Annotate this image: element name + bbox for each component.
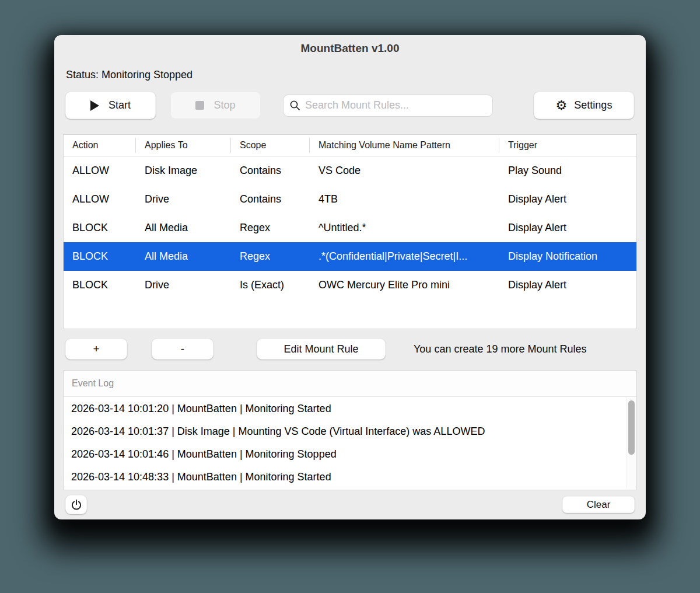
column-header-applies-to[interactable]: Applies To <box>136 138 231 153</box>
cell-trigger: Display Notification <box>499 250 636 263</box>
stop-button-label: Stop <box>214 99 235 111</box>
edit-rule-button[interactable]: Edit Mount Rule <box>257 339 386 360</box>
cell-action: BLOCK <box>64 250 136 263</box>
cell-scope: Is (Exact) <box>231 279 310 291</box>
cell-trigger: Display Alert <box>499 279 636 291</box>
table-row-selected[interactable]: BLOCK All Media Regex .*(Confidential|Pr… <box>64 242 636 271</box>
cell-scope: Regex <box>231 222 310 234</box>
cell-scope: Contains <box>231 165 310 177</box>
event-log-entries: 2026-03-14 10:01:20 | MountBatten | Moni… <box>64 397 636 489</box>
column-header-pattern[interactable]: Matching Volume Name Pattern <box>310 138 499 153</box>
cell-trigger: Play Sound <box>499 165 636 177</box>
cell-applies-to: All Media <box>136 250 231 263</box>
power-icon <box>71 499 82 511</box>
event-log-group: Event Log 2026-03-14 10:01:20 | MountBat… <box>63 370 637 490</box>
cell-pattern: OWC Mercury Elite Pro mini <box>310 279 499 291</box>
bottom-bar: Clear <box>65 495 635 514</box>
cell-pattern: 4TB <box>310 193 499 205</box>
remove-rule-button[interactable]: - <box>152 339 214 360</box>
settings-button-label: Settings <box>574 99 612 111</box>
scrollbar-thumb[interactable] <box>628 400 635 455</box>
cell-scope: Regex <box>231 250 310 263</box>
cell-action: ALLOW <box>64 193 136 205</box>
play-icon <box>90 100 99 111</box>
start-button-label: Start <box>108 99 131 111</box>
status-text: Status: Monitoring Stopped <box>66 69 634 81</box>
window-title: MountBatten v1.00 <box>301 42 400 55</box>
mount-rules-table: Action Applies To Scope Matching Volume … <box>63 134 637 329</box>
table-row[interactable]: ALLOW Drive Contains 4TB Display Alert <box>64 185 636 214</box>
column-header-trigger[interactable]: Trigger <box>499 138 636 153</box>
stop-icon <box>195 101 204 110</box>
app-window: MountBatten v1.00 Status: Monitoring Sto… <box>54 35 646 519</box>
gear-icon: ⚙ <box>556 99 568 112</box>
cell-applies-to: Drive <box>136 193 231 205</box>
start-button[interactable]: Start <box>65 92 156 119</box>
log-entry: 2026-03-14 10:01:37 | Disk Image | Mount… <box>71 420 619 443</box>
search-icon <box>289 100 300 111</box>
clear-log-button[interactable]: Clear <box>562 496 635 513</box>
search-input[interactable] <box>305 99 487 111</box>
cell-pattern: ^Untitled.* <box>310 222 499 234</box>
cell-trigger: Display Alert <box>499 222 636 234</box>
cell-action: BLOCK <box>64 279 136 291</box>
cell-applies-to: All Media <box>136 222 231 234</box>
scrollbar-track[interactable] <box>626 397 636 489</box>
table-row[interactable]: BLOCK All Media Regex ^Untitled.* Displa… <box>64 214 636 242</box>
cell-trigger: Display Alert <box>499 193 636 205</box>
event-log-title: Event Log <box>64 371 636 397</box>
cell-action: BLOCK <box>64 222 136 234</box>
window-titlebar[interactable]: MountBatten v1.00 <box>54 35 646 62</box>
log-entry: 2026-03-14 10:01:46 | MountBatten | Moni… <box>71 443 619 466</box>
rule-actions-bar: + - Edit Mount Rule You can create 19 mo… <box>65 339 634 360</box>
cell-pattern: VS Code <box>310 165 499 177</box>
cell-pattern: .*(Confidential|Private|Secret|I... <box>310 250 499 263</box>
rule-capacity-note: You can create 19 more Mount Rules <box>414 343 587 355</box>
settings-button[interactable]: ⚙ Settings <box>534 92 634 119</box>
toolbar: Start Stop ⚙ Settings <box>65 92 634 119</box>
cell-applies-to: Disk Image <box>136 165 231 177</box>
add-rule-button[interactable]: + <box>65 339 127 360</box>
cell-applies-to: Drive <box>136 279 231 291</box>
table-header-row: Action Applies To Scope Matching Volume … <box>64 135 636 156</box>
log-entry: 2026-03-14 10:48:33 | MountBatten | Moni… <box>71 466 619 489</box>
stop-button[interactable]: Stop <box>170 92 261 119</box>
power-button[interactable] <box>65 495 87 514</box>
event-log-scroll-area[interactable]: 2026-03-14 10:01:20 | MountBatten | Moni… <box>64 397 636 489</box>
cell-scope: Contains <box>231 193 310 205</box>
table-row[interactable]: BLOCK Drive Is (Exact) OWC Mercury Elite… <box>64 271 636 299</box>
table-row[interactable]: ALLOW Disk Image Contains VS Code Play S… <box>64 156 636 185</box>
cell-action: ALLOW <box>64 165 136 177</box>
column-header-action[interactable]: Action <box>64 138 136 153</box>
search-field[interactable] <box>283 95 493 117</box>
column-header-scope[interactable]: Scope <box>231 138 310 153</box>
log-entry: 2026-03-14 10:01:20 | MountBatten | Moni… <box>71 397 619 420</box>
